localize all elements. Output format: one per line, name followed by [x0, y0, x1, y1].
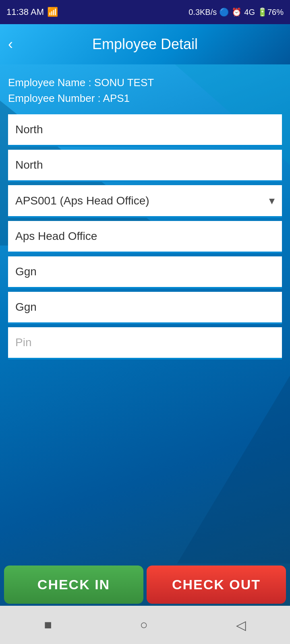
- employee-name: Employee Name : SONU TEST: [8, 76, 282, 89]
- status-right: 0.3KB/s 🔵 ⏰ 4G 🔋76%: [188, 7, 284, 17]
- check-out-button[interactable]: CHECK OUT: [147, 566, 286, 604]
- app-bar: ‹ Employee Detail: [0, 24, 290, 64]
- chevron-down-icon[interactable]: ▾: [269, 194, 275, 207]
- field-office-dropdown[interactable]: APS001 (Aps Head Office) ▾: [8, 185, 282, 218]
- time: 11:38 AM: [6, 7, 44, 17]
- alarm-icon: ⏰: [232, 7, 242, 17]
- main-content: Employee Name : SONU TEST Employee Numbe…: [0, 64, 290, 363]
- network-icon: 4G: [244, 8, 255, 17]
- back-button[interactable]: ‹: [8, 36, 13, 53]
- field-north-2[interactable]: [8, 150, 282, 182]
- field-pin[interactable]: [8, 327, 282, 359]
- employee-number: Employee Number : APS1: [8, 92, 282, 105]
- pin-input[interactable]: [15, 336, 275, 349]
- field-ggn-1-input[interactable]: [15, 265, 275, 278]
- back-nav-icon[interactable]: ◁: [236, 617, 246, 633]
- battery-icon: 🔋76%: [257, 7, 284, 17]
- status-bar: 11:38 AM 📶 0.3KB/s 🔵 ⏰ 4G 🔋76%: [0, 0, 290, 24]
- field-north-2-input[interactable]: [15, 159, 275, 171]
- bottom-buttons: CHECK IN CHECK OUT: [0, 566, 290, 604]
- bluetooth-icon: 🔵: [219, 7, 229, 17]
- status-left: 11:38 AM 📶: [6, 7, 58, 17]
- signal-icon: 📶: [47, 7, 58, 17]
- nav-bar: ■ ○ ◁: [0, 606, 290, 644]
- home-nav-icon[interactable]: ○: [140, 617, 148, 632]
- field-ggn-2-input[interactable]: [15, 301, 275, 314]
- dropdown-value: APS001 (Aps Head Office): [15, 194, 149, 207]
- square-nav-icon[interactable]: ■: [44, 617, 52, 632]
- check-in-button[interactable]: CHECK IN: [4, 566, 143, 604]
- field-ggn-1[interactable]: [8, 256, 282, 289]
- field-head-office[interactable]: [8, 221, 282, 253]
- speed: 0.3KB/s: [188, 8, 217, 17]
- page-title: Employee Detail: [92, 36, 198, 53]
- field-head-office-input[interactable]: [15, 230, 275, 243]
- field-north-1-input[interactable]: [15, 123, 275, 136]
- field-ggn-2[interactable]: [8, 292, 282, 324]
- employee-info: Employee Name : SONU TEST Employee Numbe…: [8, 76, 282, 105]
- field-north-1[interactable]: [8, 114, 282, 147]
